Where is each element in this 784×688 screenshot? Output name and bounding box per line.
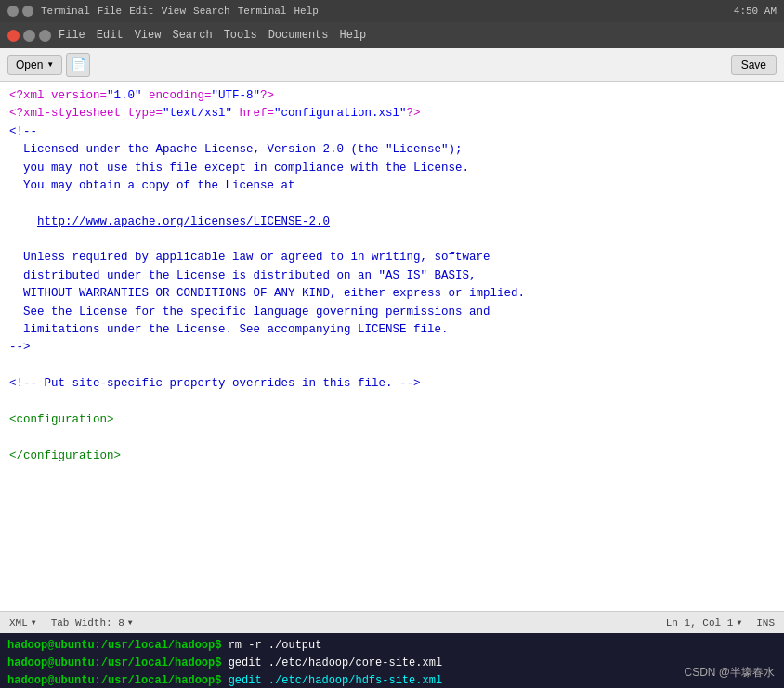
toolbar-left: Open ▼ 📄 [7, 53, 90, 77]
terminal-cmd-1: rm -r ./output [221, 639, 321, 652]
xml-tag-close: </configuration> [9, 449, 121, 462]
system-bar-right: 4:50 AM [734, 6, 777, 17]
terminal-prompt-3: hadoop@ubuntu:/usr/local/hadoop$ [7, 674, 221, 687]
system-time: 4:50 AM [734, 6, 777, 17]
gedit-close-btn[interactable] [7, 30, 20, 42]
status-ins-label: INS [756, 617, 775, 629]
system-menu-search[interactable]: Search [193, 6, 230, 17]
system-menu-terminal2[interactable]: Terminal [238, 6, 287, 17]
terminal-prompt-2: hadoop@ubuntu:/usr/local/hadoop$ [7, 656, 221, 669]
file-icon: 📄 [71, 57, 86, 72]
status-tab-label: Tab Width: 8 [51, 617, 124, 629]
gedit-win-controls[interactable] [7, 30, 51, 42]
gedit-toolbar: Open ▼ 📄 Save [0, 48, 784, 82]
gedit-min-btn[interactable] [23, 30, 35, 42]
xml-tag-open: <configuration> [9, 413, 114, 426]
status-format-arrow: ▼ [32, 618, 36, 627]
gedit-max-btn[interactable] [39, 30, 51, 42]
open-label: Open [16, 58, 43, 71]
gedit-menu-file[interactable]: File [59, 29, 85, 42]
terminal-line-3: hadoop@ubuntu:/usr/local/hadoop$ gedit .… [7, 672, 777, 688]
system-bar-left: Terminal File Edit View Search Terminal … [7, 6, 319, 17]
gedit-menu-tools[interactable]: Tools [224, 29, 257, 42]
license-link[interactable]: http://www.apache.org/licenses/LICENSE-2… [37, 215, 330, 228]
terminal-area[interactable]: hadoop@ubuntu:/usr/local/hadoop$ rm -r .… [0, 633, 784, 688]
system-max-btn[interactable] [22, 6, 33, 17]
open-arrow-icon: ▼ [46, 60, 54, 69]
status-tab-width[interactable]: Tab Width: 8 ▼ [51, 617, 133, 629]
terminal-cmd-3: gedit ./etc/hadoop/hdfs-site.xml [221, 674, 442, 687]
xml-comment-2: <!-- Put site-specific property override… [9, 377, 421, 390]
terminal-line-2: hadoop@ubuntu:/usr/local/hadoop$ gedit .… [7, 655, 777, 672]
system-menu-help[interactable]: Help [294, 6, 318, 17]
gedit-menu: File Edit View Search Tools Documents He… [59, 29, 366, 42]
editor-area[interactable]: <?xml version="1.0" encoding="UTF-8"?> <… [0, 82, 784, 611]
status-format[interactable]: XML ▼ [9, 617, 36, 629]
editor-content: <?xml version="1.0" encoding="UTF-8"?> <… [9, 87, 775, 465]
status-bar: XML ▼ Tab Width: 8 ▼ Ln 1, Col 1 ▼ INS [0, 611, 784, 633]
open-button[interactable]: Open ▼ [7, 55, 62, 75]
gedit-menu-edit[interactable]: Edit [97, 29, 124, 42]
xml-comment-block: <!-- Licensed under the Apache License, … [9, 125, 525, 355]
status-pos-arrow: ▼ [737, 618, 741, 627]
status-pos-label: Ln 1, Col 1 [666, 617, 734, 629]
status-tab-arrow: ▼ [128, 618, 133, 627]
gedit-menu-search[interactable]: Search [172, 29, 212, 42]
status-ins: INS [756, 617, 775, 629]
system-menu-edit[interactable]: Edit [129, 6, 153, 17]
file-icon-btn[interactable]: 📄 [66, 53, 90, 77]
system-min-btn[interactable] [7, 6, 19, 17]
xml-proc-2: <?xml-stylesheet type="text/xsl" href="c… [9, 107, 421, 120]
save-button[interactable]: Save [731, 55, 777, 75]
status-position[interactable]: Ln 1, Col 1 ▼ [666, 617, 741, 629]
system-menu-file[interactable]: File [98, 6, 122, 17]
terminal-line-1: hadoop@ubuntu:/usr/local/hadoop$ rm -r .… [7, 637, 777, 655]
system-bar: Terminal File Edit View Search Terminal … [0, 0, 784, 22]
watermark: CSDN @半壕春水 [684, 665, 775, 681]
gedit-menu-help[interactable]: Help [339, 29, 366, 42]
system-menu-view[interactable]: View [162, 6, 186, 17]
status-format-label: XML [9, 617, 28, 629]
system-menu-terminal[interactable]: Terminal [41, 6, 90, 17]
xml-proc-1: <?xml version="1.0" encoding="UTF-8"?> [9, 89, 274, 102]
gedit-menu-view[interactable]: View [135, 29, 162, 42]
gedit-menu-documents[interactable]: Documents [268, 29, 329, 42]
gedit-titlebar: File Edit View Search Tools Documents He… [0, 22, 784, 48]
terminal-cmd-2: gedit ./etc/hadoop/core-site.xml [221, 656, 442, 669]
system-win-controls[interactable] [7, 6, 33, 17]
terminal-prompt-1: hadoop@ubuntu:/usr/local/hadoop$ [7, 639, 221, 652]
